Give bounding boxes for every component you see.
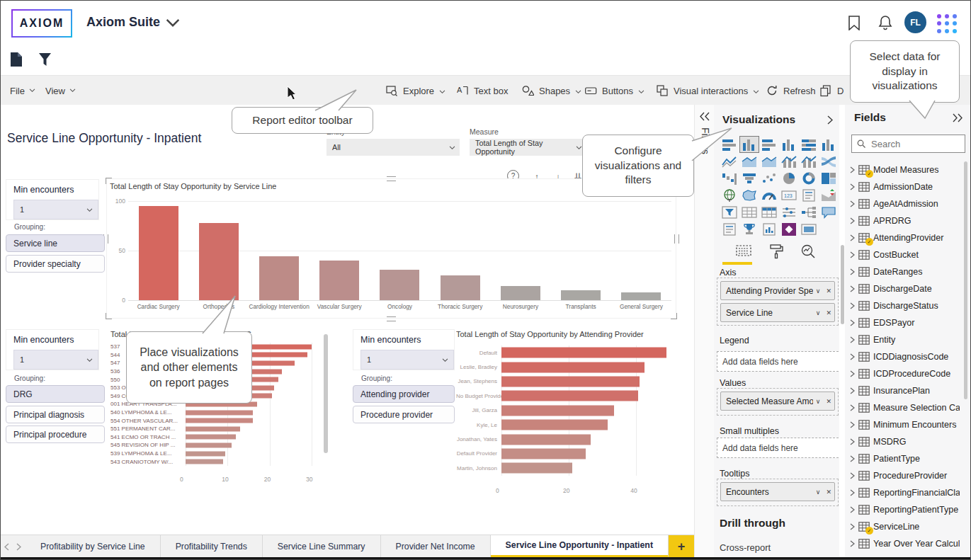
chevron-right-icon[interactable] [850, 486, 855, 499]
resize-handle[interactable] [674, 234, 679, 244]
chevron-right-icon[interactable] [850, 198, 855, 210]
field-list-item[interactable]: EDSPayor [845, 314, 965, 331]
field-list-item[interactable]: AdmissionDate [845, 178, 965, 195]
bookmark-icon[interactable] [848, 16, 861, 30]
100-stacked-column-chart-icon[interactable] [819, 136, 839, 153]
toolbar-shapes-button[interactable]: Shapes [522, 76, 581, 105]
bar[interactable] [621, 292, 661, 300]
bar[interactable] [186, 451, 225, 456]
chevron-right-icon[interactable] [850, 401, 855, 414]
remove-field-icon[interactable]: ✕ [823, 488, 834, 496]
chart-scrollbar[interactable] [324, 334, 328, 453]
analytics-tab-icon[interactable] [800, 244, 816, 259]
chevron-down-icon[interactable]: ∨ [813, 309, 824, 316]
chevron-right-icon[interactable] [850, 367, 855, 380]
app-switcher[interactable]: Axiom Suite [86, 15, 180, 30]
page-tab[interactable]: Profitability Trends [161, 535, 263, 558]
bar[interactable] [199, 223, 239, 300]
decomposition-tree-icon[interactable] [799, 204, 819, 221]
bar[interactable] [186, 459, 223, 464]
slicer-icon[interactable] [720, 204, 739, 221]
bar[interactable] [561, 290, 601, 300]
chevron-right-icon[interactable] [850, 316, 855, 329]
remove-field-icon[interactable]: ✕ [823, 309, 834, 316]
toolbar-textbox-button[interactable]: AText box [457, 76, 508, 105]
donut-chart-icon[interactable] [799, 170, 819, 187]
grouping-button[interactable]: Principal diagnosis [6, 406, 105, 423]
field-list-item[interactable]: ✓Model Measures [845, 161, 965, 178]
stacked-column-chart-icon[interactable] [739, 136, 759, 153]
collapse-left-icon[interactable] [700, 112, 710, 121]
grouping-button[interactable]: DRG [6, 385, 105, 403]
resize-handle[interactable] [106, 178, 112, 184]
clustered-bar-chart-icon[interactable] [759, 136, 779, 153]
custom-visual-icon[interactable] [799, 221, 819, 238]
field-list-item[interactable]: Entity [845, 331, 965, 348]
treemap-icon[interactable] [819, 170, 839, 187]
page-tab[interactable]: Profitability by Service Line [25, 535, 161, 558]
100-stacked-bar-chart-icon[interactable] [799, 136, 819, 153]
field-list-item[interactable]: DischargeStatus [845, 297, 965, 314]
toolbar-refresh-button[interactable]: Refresh [766, 76, 816, 105]
page-tab[interactable]: Provider Net Income [381, 535, 491, 558]
resize-handle[interactable] [387, 316, 396, 321]
bar[interactable] [380, 270, 419, 300]
format-tab-icon[interactable] [769, 244, 783, 259]
grouping-button[interactable]: Service line [6, 234, 105, 252]
bar[interactable] [186, 426, 240, 431]
line-and-stacked-column-chart-icon[interactable] [779, 153, 799, 170]
field-list-item[interactable]: APRDRG [845, 212, 965, 229]
scatter-chart-icon[interactable] [759, 170, 779, 187]
bar[interactable] [501, 286, 540, 300]
grouping-button[interactable]: Provider specialty [6, 255, 105, 273]
map-icon[interactable] [720, 187, 739, 204]
bar[interactable] [186, 442, 232, 447]
bar[interactable] [186, 418, 253, 423]
multi-row-card-icon[interactable] [799, 187, 819, 204]
visualizations-scrollbar[interactable] [839, 105, 845, 557]
chevron-right-icon[interactable] [850, 299, 855, 312]
table-icon[interactable] [739, 204, 759, 221]
field-pill[interactable]: Attending Provider Spec∨✕ [720, 281, 835, 300]
scorecard-icon[interactable] [739, 221, 759, 238]
resize-handle[interactable] [387, 176, 396, 181]
chevron-right-icon[interactable] [850, 537, 855, 550]
bar[interactable] [501, 434, 591, 445]
filter-dropdown-measure[interactable]: Total Length of Stay Opportunity [470, 139, 586, 156]
filter-icon[interactable] [39, 53, 51, 66]
expand-right-icon[interactable] [827, 115, 833, 125]
funnel-chart-icon[interactable] [739, 170, 759, 187]
search-input[interactable] [870, 138, 950, 150]
chevron-right-icon[interactable] [850, 350, 855, 363]
field-list-item[interactable]: ICDProcedureCode [845, 365, 965, 382]
bar[interactable] [501, 463, 572, 474]
grouping-button[interactable]: Procedure provider [353, 406, 455, 423]
chevron-right-icon[interactable] [850, 469, 855, 482]
min-encounters-dropdown[interactable]: 1 [360, 350, 454, 370]
toolbar-explore-button[interactable]: Explore [386, 76, 445, 105]
fields-tab-icon[interactable] [735, 244, 752, 258]
report-icon[interactable] [759, 221, 779, 238]
chevron-right-icon[interactable] [850, 164, 855, 176]
well-dropzone[interactable]: Add data fields here [717, 438, 842, 458]
chevron-right-icon[interactable] [850, 503, 855, 516]
document-icon[interactable] [10, 52, 23, 67]
matrix-icon[interactable] [759, 204, 779, 221]
chevron-right-icon[interactable] [850, 248, 855, 261]
chevron-right-icon[interactable] [850, 282, 855, 295]
area-chart-icon[interactable] [739, 153, 759, 170]
collapse-right-icon[interactable] [953, 113, 963, 122]
fields-search[interactable] [851, 135, 965, 153]
field-list-item[interactable]: MSDRG [845, 433, 965, 450]
waterfall-chart-icon[interactable] [720, 170, 739, 187]
line-chart-icon[interactable] [720, 153, 739, 170]
resize-handle[interactable] [671, 313, 677, 319]
field-list-item[interactable]: Year Over Year Calcula... [845, 535, 965, 552]
scrollbar-thumb[interactable] [964, 161, 967, 399]
field-list-item[interactable]: CostBucket [845, 246, 965, 263]
qa-visual-icon[interactable] [819, 204, 839, 221]
chevron-right-icon[interactable] [850, 181, 855, 193]
chevron-right-icon[interactable] [850, 232, 855, 244]
bar[interactable] [259, 256, 299, 300]
pie-chart-icon[interactable] [779, 170, 799, 187]
